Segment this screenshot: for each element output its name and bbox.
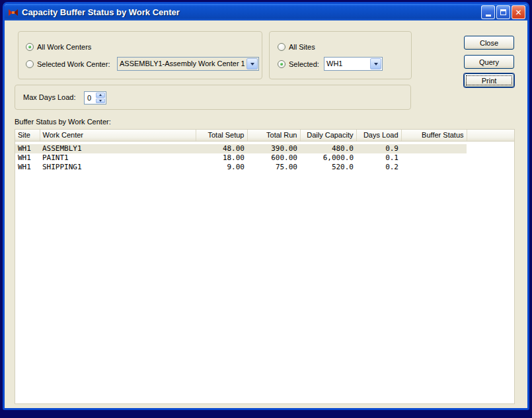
work-center-combo-value: ASSEMBLY1-Assembly Work Center 1 [118, 58, 246, 70]
work-center-groupbox: All Work Centers Selected Work Center: A… [18, 31, 262, 79]
column-header-buffer-status[interactable]: Buffer Status [401, 130, 467, 141]
cell-work-center[interactable]: SHIPPING1 [40, 163, 196, 172]
radio-button-icon[interactable] [278, 43, 285, 51]
cell-days-load[interactable]: 0.1 [356, 153, 401, 163]
column-header-total-run[interactable]: Total Run [247, 130, 300, 141]
cell-work-center[interactable]: PAINT1 [40, 153, 196, 163]
column-header-total-setup[interactable]: Total Setup [196, 130, 247, 141]
sites-groupbox: All Sites Selected: WH1 [269, 31, 412, 79]
radio-all-work-centers[interactable]: All Work Centers [26, 40, 91, 54]
work-center-combo-dropdown-button[interactable] [247, 58, 258, 69]
cell-total-setup[interactable]: 9.00 [196, 163, 247, 172]
radio-button-icon[interactable] [26, 60, 34, 68]
spinner-buttons [96, 93, 105, 103]
cell-filler [467, 163, 514, 172]
selected-site-label[interactable]: Selected: [289, 60, 319, 68]
all-sites-label[interactable]: All Sites [289, 43, 315, 51]
radio-selected-site[interactable]: Selected: [278, 57, 319, 71]
cell-total-setup[interactable]: 18.00 [196, 153, 247, 163]
cell-buffer-status[interactable] [401, 144, 467, 153]
window-controls: ✕ [481, 5, 525, 19]
max-days-load-label: Max Days Load: [23, 93, 75, 101]
cell-filler [467, 144, 514, 153]
titlebar: Capacity Buffer Status by Work Center ✕ [5, 4, 527, 21]
radio-button-icon[interactable] [278, 60, 285, 68]
cell-days-load[interactable]: 0.9 [356, 144, 401, 153]
chevron-down-icon [374, 63, 378, 65]
buffer-status-grid: Site Work Center Total Setup Total Run D… [15, 129, 515, 404]
close-icon: ✕ [515, 9, 521, 17]
site-combo-dropdown-button[interactable] [370, 58, 381, 69]
maximize-button[interactable] [496, 5, 510, 19]
close-button[interactable]: Close [464, 36, 514, 50]
desktop: { "titlebar": { "title": "Capacity Buffe… [0, 0, 532, 418]
cell-site[interactable]: WH1 [15, 144, 40, 153]
grid-caption: Buffer Status by Work Center: [15, 118, 111, 126]
cell-site[interactable]: WH1 [15, 153, 40, 163]
cell-buffer-status[interactable] [401, 163, 467, 172]
table-row[interactable]: WH1 SHIPPING1 9.00 75.00 520.0 0.2 [15, 163, 514, 172]
cell-total-setup[interactable]: 48.00 [196, 144, 247, 153]
radio-all-sites[interactable]: All Sites [278, 40, 315, 54]
window-title: Capacity Buffer Status by Work Center [22, 7, 481, 17]
dialog-window: Capacity Buffer Status by Work Center ✕ … [3, 2, 529, 410]
column-header-days-load[interactable]: Days Load [356, 130, 401, 141]
cell-daily-capacity[interactable]: 480.0 [300, 144, 356, 153]
all-work-centers-label[interactable]: All Work Centers [37, 43, 91, 51]
chevron-up-icon [99, 94, 102, 96]
column-header-filler [467, 130, 514, 141]
cell-total-run[interactable]: 600.00 [247, 153, 300, 163]
site-combobox[interactable]: WH1 [324, 57, 383, 71]
query-button[interactable]: Query [464, 55, 514, 69]
cell-filler [467, 153, 514, 163]
column-header-daily-capacity[interactable]: Daily Capacity [300, 130, 356, 141]
maximize-icon [500, 9, 506, 15]
cell-total-run[interactable]: 75.00 [247, 163, 300, 172]
app-icon [8, 7, 19, 18]
cell-daily-capacity[interactable]: 520.0 [300, 163, 356, 172]
grid-header-row: Site Work Center Total Setup Total Run D… [15, 130, 514, 141]
column-header-site[interactable]: Site [15, 130, 40, 141]
minimize-button[interactable] [481, 5, 495, 19]
max-days-load-groupbox: Max Days Load: 0 [15, 85, 411, 110]
chevron-down-icon [250, 63, 254, 65]
cell-buffer-status[interactable] [401, 153, 467, 163]
close-window-button[interactable]: ✕ [512, 5, 525, 19]
max-days-load-value[interactable]: 0 [85, 92, 95, 104]
selected-work-center-label[interactable]: Selected Work Center: [37, 60, 110, 68]
spin-down-button[interactable] [96, 99, 105, 104]
minimize-icon [486, 15, 491, 17]
max-days-load-spinner[interactable]: 0 [84, 91, 106, 104]
spin-up-button[interactable] [96, 93, 105, 98]
cell-site[interactable]: WH1 [15, 163, 40, 172]
column-header-work-center[interactable]: Work Center [40, 130, 196, 141]
site-combo-value: WH1 [324, 58, 369, 70]
radio-selected-work-center[interactable]: Selected Work Center: [26, 57, 110, 71]
work-center-combobox[interactable]: ASSEMBLY1-Assembly Work Center 1 [117, 57, 259, 71]
cell-daily-capacity[interactable]: 6,000.0 [300, 153, 356, 163]
print-button[interactable]: Print [464, 73, 514, 87]
cell-total-run[interactable]: 390.00 [247, 144, 300, 153]
cell-days-load[interactable]: 0.2 [356, 163, 401, 172]
table-row[interactable]: WH1 PAINT1 18.00 600.00 6,000.0 0.1 [15, 153, 514, 163]
dialog-content: All Work Centers Selected Work Center: A… [5, 21, 527, 408]
cell-work-center[interactable]: ASSEMBLY1 [40, 144, 196, 153]
table-row[interactable]: WH1 ASSEMBLY1 48.00 390.00 480.0 0.9 [15, 144, 514, 153]
radio-button-icon[interactable] [26, 43, 34, 51]
chevron-down-icon [99, 100, 102, 102]
